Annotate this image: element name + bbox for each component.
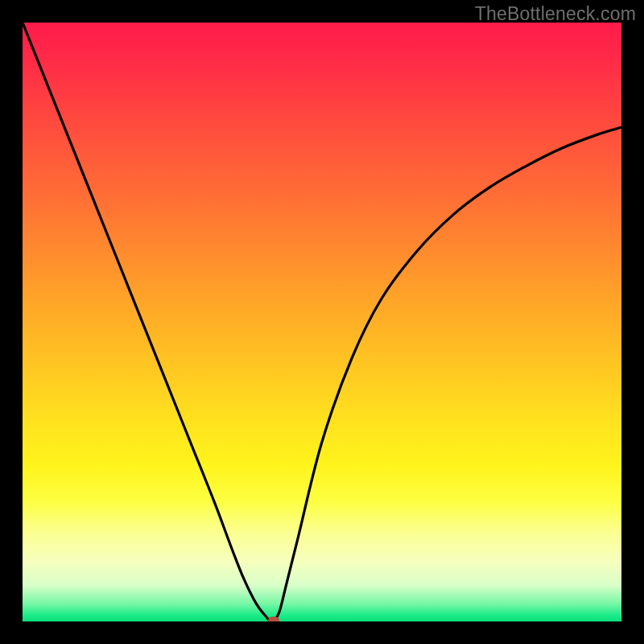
chart-frame: TheBottleneck.com (0, 0, 644, 644)
bottleneck-curve (23, 23, 621, 621)
optimum-marker-icon (268, 617, 279, 621)
watermark-text: TheBottleneck.com (475, 3, 636, 25)
plot-area (23, 23, 621, 621)
